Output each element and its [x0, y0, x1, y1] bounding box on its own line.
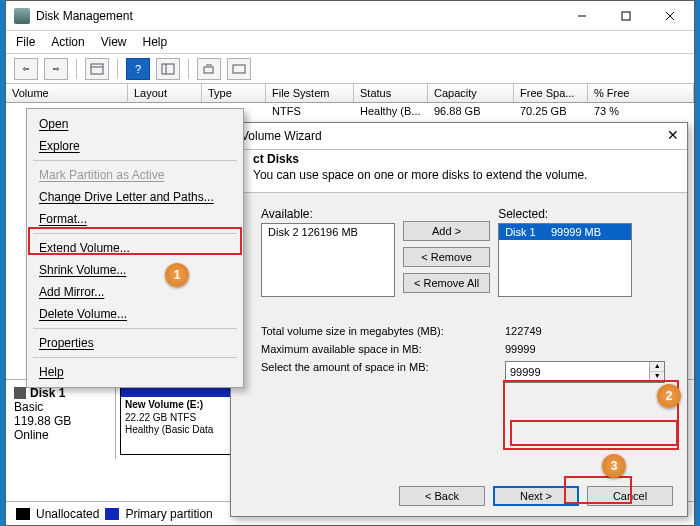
- legend-primary: Primary partition: [125, 507, 212, 521]
- swatch-unallocated: [16, 508, 30, 520]
- titlebar: Disk Management: [6, 1, 694, 31]
- separator: [33, 328, 237, 329]
- menu-view[interactable]: View: [101, 35, 127, 49]
- close-icon[interactable]: ✕: [667, 127, 679, 143]
- svg-rect-10: [233, 65, 245, 73]
- available-listbox[interactable]: Disk 2 126196 MB: [261, 223, 395, 297]
- space-input[interactable]: [506, 364, 649, 380]
- svg-rect-8: [204, 67, 213, 73]
- col-filesystem[interactable]: File System: [266, 84, 354, 102]
- wizard-section-subtitle: You can use space on one or more disks t…: [253, 168, 665, 182]
- cell-free: 70.25 GB: [514, 103, 588, 119]
- cell-capacity: 96.88 GB: [428, 103, 514, 119]
- separator: [33, 357, 237, 358]
- menubar: File Action View Help: [6, 31, 694, 54]
- available-label: Available:: [261, 207, 395, 221]
- max-space-value: 99999: [505, 343, 665, 355]
- separator: [188, 59, 189, 79]
- menu-file[interactable]: File: [16, 35, 35, 49]
- ctx-shrink-volume[interactable]: Shrink Volume...: [29, 259, 241, 281]
- volume-name: New Volume (E:): [125, 399, 203, 410]
- minimize-button[interactable]: [560, 2, 604, 30]
- separator: [33, 160, 237, 161]
- remove-button[interactable]: < Remove: [403, 247, 490, 267]
- forward-button[interactable]: ⇨: [44, 58, 68, 80]
- col-layout[interactable]: Layout: [128, 84, 202, 102]
- col-type[interactable]: Type: [202, 84, 266, 102]
- ctx-properties[interactable]: Properties: [29, 332, 241, 354]
- next-button[interactable]: Next >: [493, 486, 579, 506]
- selected-label: Selected:: [498, 207, 632, 221]
- spin-down-icon[interactable]: ▼: [650, 372, 664, 382]
- col-pctfree[interactable]: % Free: [588, 84, 694, 102]
- max-space-label: Maximum available space in MB:: [261, 343, 422, 355]
- disk-label-block[interactable]: Disk 1 Basic 119.88 GB Online: [6, 380, 116, 459]
- col-volume[interactable]: Volume: [6, 84, 128, 102]
- annotation-circle-3: 3: [602, 454, 626, 478]
- annotation-circle-1: 1: [165, 263, 189, 287]
- cell-status: Healthy (B...: [354, 103, 428, 119]
- col-status[interactable]: Status: [354, 84, 428, 102]
- ctx-help[interactable]: Help: [29, 361, 241, 383]
- cell-fs: NTFS: [266, 103, 354, 119]
- available-item[interactable]: Disk 2 126196 MB: [262, 224, 394, 240]
- svg-rect-1: [622, 12, 630, 20]
- volume-size: 22.22 GB NTFS: [125, 412, 196, 423]
- separator: [117, 59, 118, 79]
- spinner[interactable]: ▲▼: [649, 362, 664, 382]
- ctx-extend-volume[interactable]: Extend Volume...: [29, 237, 241, 259]
- col-capacity[interactable]: Capacity: [428, 84, 514, 102]
- toolbar-list-icon[interactable]: [156, 58, 180, 80]
- ctx-change-drive-letter[interactable]: Change Drive Letter and Paths...: [29, 186, 241, 208]
- close-button[interactable]: [648, 2, 692, 30]
- disk-type: Basic: [14, 400, 107, 414]
- volume-grid-header: Volume Layout Type File System Status Ca…: [6, 84, 694, 103]
- help-icon[interactable]: ?: [126, 58, 150, 80]
- app-icon: [14, 8, 30, 24]
- space-input-wrap: ▲▼: [505, 361, 665, 383]
- separator: [33, 233, 237, 234]
- spin-up-icon[interactable]: ▲: [650, 362, 664, 372]
- toolbar-action1-icon[interactable]: [197, 58, 221, 80]
- back-button[interactable]: < Back: [399, 486, 485, 506]
- total-size-label: Total volume size in megabytes (MB):: [261, 325, 444, 337]
- menu-action[interactable]: Action: [51, 35, 84, 49]
- wizard-section-title: ct Disks: [253, 152, 665, 166]
- cell-pctfree: 73 %: [588, 103, 694, 119]
- ctx-add-mirror[interactable]: Add Mirror...: [29, 281, 241, 303]
- ctx-format[interactable]: Format...: [29, 208, 241, 230]
- menu-help[interactable]: Help: [143, 35, 168, 49]
- cancel-button[interactable]: Cancel: [587, 486, 673, 506]
- maximize-button[interactable]: [604, 2, 648, 30]
- separator: [76, 59, 77, 79]
- back-button[interactable]: ⇦: [14, 58, 38, 80]
- annotation-circle-2: 2: [657, 384, 681, 408]
- wizard-title: Volume Wizard: [241, 129, 677, 143]
- toolbar-view-icon[interactable]: [85, 58, 109, 80]
- legend-unallocated: Unallocated: [36, 507, 99, 521]
- disk-size: 119.88 GB: [14, 414, 107, 428]
- ctx-mark-active: Mark Partition as Active: [29, 164, 241, 186]
- disk-name: Disk 1: [30, 386, 65, 400]
- selected-listbox[interactable]: Disk 1 99999 MB: [498, 223, 632, 297]
- remove-all-button[interactable]: < Remove All: [403, 273, 490, 293]
- col-free[interactable]: Free Spa...: [514, 84, 588, 102]
- add-button[interactable]: Add >: [403, 221, 490, 241]
- ctx-open[interactable]: Open: [29, 113, 241, 135]
- window-title: Disk Management: [36, 9, 560, 23]
- ctx-explore[interactable]: Explore: [29, 135, 241, 157]
- disk-state: Online: [14, 428, 107, 442]
- selected-item[interactable]: Disk 1 99999 MB: [499, 224, 631, 240]
- toolbar-action2-icon[interactable]: [227, 58, 251, 80]
- volume-box[interactable]: New Volume (E:) 22.22 GB NTFS Healthy (B…: [120, 384, 246, 455]
- toolbar: ⇦ ⇨ ?: [6, 54, 694, 84]
- total-size-value: 122749: [505, 325, 665, 337]
- volume-context-menu: Open Explore Mark Partition as Active Ch…: [26, 108, 244, 388]
- volume-status: Healthy (Basic Data: [125, 424, 213, 435]
- svg-rect-4: [91, 64, 103, 74]
- disk-icon: [14, 387, 26, 399]
- select-space-label: Select the amount of space in MB:: [261, 361, 429, 383]
- swatch-primary: [105, 508, 119, 520]
- ctx-delete-volume[interactable]: Delete Volume...: [29, 303, 241, 325]
- svg-rect-6: [162, 64, 174, 74]
